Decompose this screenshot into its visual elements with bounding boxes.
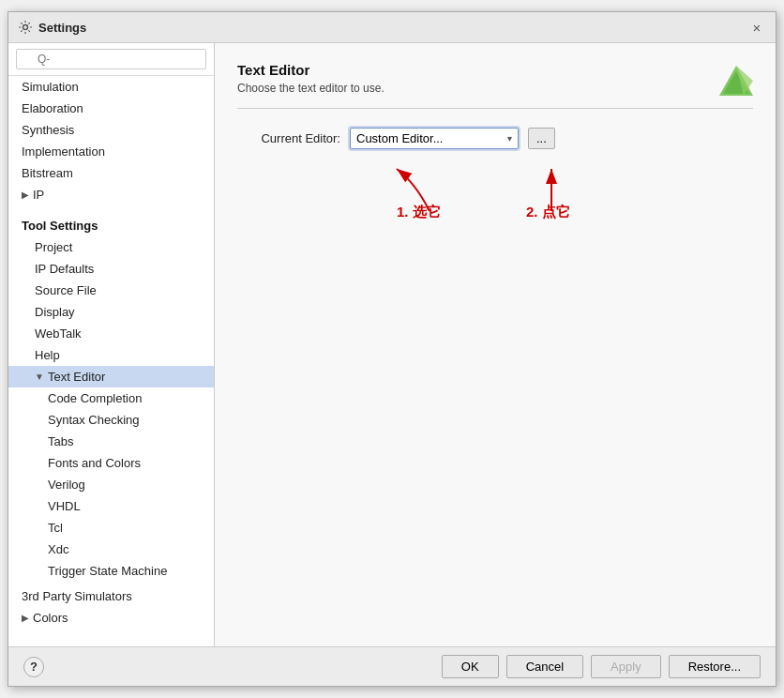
- sidebar-item-source-file[interactable]: Source File: [8, 280, 214, 301]
- close-button[interactable]: ×: [747, 18, 766, 37]
- chevron-right-icon-colors: ▶: [22, 613, 29, 623]
- sidebar-item-trigger-state-machine[interactable]: Trigger State Machine: [8, 560, 214, 582]
- sidebar-item-colors[interactable]: ▶ Colors: [8, 607, 214, 629]
- title-bar: Settings ×: [8, 12, 776, 43]
- editor-form-row: Current Editor: Custom Editor... ▾ ...: [237, 128, 753, 149]
- current-editor-value: Custom Editor...: [356, 131, 507, 145]
- bottom-left: ?: [23, 657, 44, 677]
- sidebar-item-ip-defaults[interactable]: IP Defaults: [8, 258, 214, 280]
- chevron-down-icon: ▼: [35, 372, 44, 382]
- sidebar-item-tabs[interactable]: Tabs: [8, 431, 214, 452]
- dialog-body: 🔍 Simulation Elaboration Synthesis Imple…: [8, 43, 776, 646]
- annotation2-label: 2. 点它: [526, 204, 570, 221]
- help-button[interactable]: ?: [23, 657, 44, 677]
- sidebar-item-simulation[interactable]: Simulation: [8, 76, 214, 98]
- sidebar-item-code-completion[interactable]: Code Completion: [8, 387, 214, 409]
- sidebar-item-display[interactable]: Display: [8, 301, 214, 323]
- chevron-right-icon: ▶: [22, 190, 29, 200]
- ok-button[interactable]: OK: [442, 655, 499, 678]
- dropdown-arrow-icon: ▾: [507, 133, 512, 144]
- cancel-button[interactable]: Cancel: [506, 655, 583, 678]
- ellipsis-button[interactable]: ...: [528, 128, 555, 149]
- text-editor-label: Text Editor: [48, 370, 105, 384]
- bottom-right: OK Cancel Apply Restore...: [442, 655, 761, 678]
- annotations-area: 1. 选它 2. 点它: [350, 164, 753, 239]
- sidebar-item-project[interactable]: Project: [8, 236, 214, 258]
- settings-dialog: Settings × 🔍 Simulation Elaboration Synt…: [8, 11, 776, 687]
- sidebar-item-implementation[interactable]: Implementation: [8, 141, 214, 162]
- search-wrap: 🔍: [16, 49, 206, 69]
- search-bar: 🔍: [8, 43, 214, 76]
- ip-label: IP: [33, 188, 44, 202]
- content-divider: [237, 108, 753, 109]
- main-content: Text Editor Choose the text editor to us…: [215, 43, 776, 646]
- content-title: Text Editor: [237, 62, 753, 78]
- sidebar-item-help[interactable]: Help: [8, 344, 214, 366]
- sidebar-item-elaboration[interactable]: Elaboration: [8, 98, 214, 119]
- current-editor-dropdown[interactable]: Custom Editor... ▾: [350, 128, 519, 149]
- title-bar-left: Settings: [18, 20, 86, 35]
- apply-button[interactable]: Apply: [591, 655, 661, 678]
- sidebar-item-synthesis[interactable]: Synthesis: [8, 119, 214, 141]
- sidebar-item-vhdl[interactable]: VHDL: [8, 495, 214, 517]
- sidebar: 🔍 Simulation Elaboration Synthesis Imple…: [8, 43, 215, 646]
- sidebar-item-xdc[interactable]: Xdc: [8, 539, 214, 560]
- restore-button[interactable]: Restore...: [669, 655, 761, 678]
- app-logo: [716, 62, 757, 103]
- sidebar-item-bitstream[interactable]: Bitstream: [8, 162, 214, 184]
- content-subtitle: Choose the text editor to use.: [237, 82, 753, 95]
- current-editor-label: Current Editor:: [237, 131, 340, 145]
- sidebar-item-webtalk[interactable]: WebTalk: [8, 323, 214, 344]
- sidebar-item-verilog[interactable]: Verilog: [8, 474, 214, 495]
- sidebar-scroll: Simulation Elaboration Synthesis Impleme…: [8, 76, 214, 646]
- svg-point-0: [23, 25, 28, 30]
- tool-settings-header: Tool Settings: [8, 213, 214, 236]
- sidebar-item-text-editor[interactable]: ▼ Text Editor: [8, 366, 214, 387]
- dialog-title: Settings: [38, 21, 86, 35]
- sidebar-item-ip[interactable]: ▶ IP: [8, 184, 214, 205]
- annotation1-label: 1. 选它: [397, 204, 441, 221]
- settings-icon: [18, 20, 33, 35]
- sidebar-item-syntax-checking[interactable]: Syntax Checking: [8, 409, 214, 431]
- sidebar-item-tcl[interactable]: Tcl: [8, 517, 214, 539]
- sidebar-item-3rd-party-simulators[interactable]: 3rd Party Simulators: [8, 585, 214, 607]
- bottom-bar: ? OK Cancel Apply Restore...: [8, 646, 776, 686]
- colors-label: Colors: [33, 611, 68, 625]
- search-input[interactable]: [16, 49, 206, 69]
- sidebar-item-fonts-and-colors[interactable]: Fonts and Colors: [8, 452, 214, 474]
